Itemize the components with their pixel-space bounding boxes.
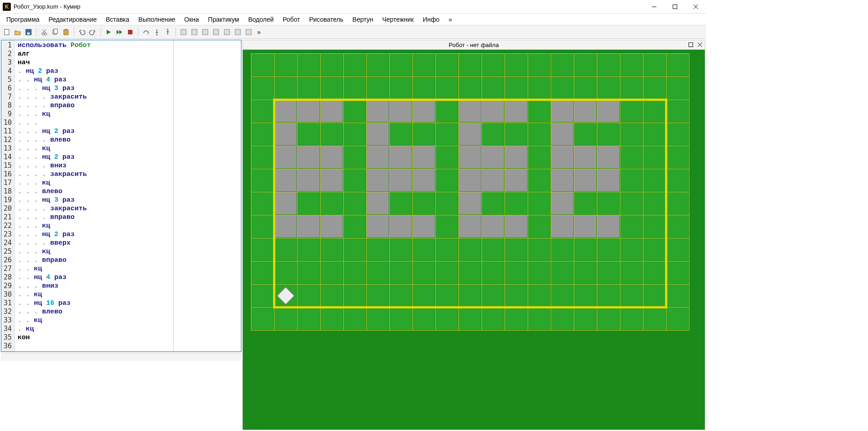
field-cell — [344, 215, 366, 237]
save-file-icon[interactable] — [24, 27, 33, 37]
field-cell — [505, 215, 527, 237]
menu-item-0[interactable]: Программа — [3, 14, 43, 24]
robot-field[interactable] — [242, 50, 705, 430]
field-cell — [344, 308, 366, 330]
tool-6-icon[interactable] — [233, 27, 243, 37]
field-cell — [344, 77, 366, 99]
menu-item-5[interactable]: Практикум — [204, 14, 243, 24]
field-cell — [459, 146, 481, 168]
field-cell — [505, 77, 527, 99]
field-cell — [551, 123, 573, 145]
field-cell — [390, 123, 412, 145]
field-cell — [297, 100, 320, 122]
field-cell — [413, 238, 435, 260]
field-cell — [505, 192, 527, 214]
cut-icon[interactable] — [39, 27, 49, 37]
maximize-button[interactable] — [665, 0, 685, 14]
field-cell — [344, 146, 366, 168]
menu-item-12[interactable]: » — [445, 14, 456, 24]
tool-4-icon[interactable] — [211, 27, 221, 37]
paste-icon[interactable] — [61, 27, 71, 37]
step-over-icon[interactable] — [141, 27, 151, 37]
panel-close-button[interactable] — [696, 41, 704, 49]
field-cell — [297, 77, 320, 99]
field-cell — [574, 238, 596, 260]
field-cell — [597, 77, 619, 99]
field-cell — [390, 146, 412, 168]
field-cell — [344, 192, 366, 214]
menu-item-9[interactable]: Вертун — [349, 14, 377, 24]
field-cell — [482, 54, 504, 76]
tool-3-icon[interactable] — [200, 27, 210, 37]
field-cell — [459, 215, 481, 237]
field-cell — [436, 54, 458, 76]
app-window: K Робот_Узор.kum - Кумир ПрограммаРедакт… — [0, 0, 706, 431]
menu-item-11[interactable]: Инфо — [419, 14, 443, 24]
close-button[interactable] — [685, 0, 706, 14]
menu-item-4[interactable]: Окна — [181, 14, 203, 24]
tool-2-icon[interactable] — [189, 27, 199, 37]
svg-rect-15 — [128, 30, 132, 34]
svg-rect-6 — [27, 33, 30, 34]
field-cell — [344, 169, 366, 191]
field-cell — [551, 261, 573, 284]
redo-icon[interactable] — [88, 27, 98, 37]
menu-item-6[interactable]: Водолей — [245, 14, 277, 24]
field-cell — [574, 100, 596, 122]
field-cell — [251, 54, 274, 76]
step-out-icon[interactable] — [163, 27, 173, 37]
field-cell — [297, 123, 320, 145]
step-into-icon[interactable] — [152, 27, 162, 37]
menu-item-7[interactable]: Робот — [279, 14, 303, 24]
field-cell — [551, 169, 573, 191]
svg-rect-12 — [54, 29, 57, 33]
robot-pane: Робот - нет файла — [242, 40, 705, 430]
field-cell — [620, 261, 642, 284]
window-controls — [644, 0, 706, 14]
undo-icon[interactable] — [77, 27, 87, 37]
menu-item-3[interactable]: Выполнение — [135, 14, 179, 24]
field-cell — [413, 100, 435, 122]
field-cell — [251, 77, 274, 99]
run-fast-icon[interactable] — [114, 27, 124, 37]
field-cell — [321, 77, 343, 99]
field-cell — [643, 238, 665, 260]
svg-rect-25 — [235, 29, 241, 35]
field-cell — [413, 215, 435, 237]
field-cell — [528, 308, 550, 330]
code-text[interactable]: использовать Роботалгнач. нц 2 раз. . нц… — [15, 40, 173, 351]
menu-item-10[interactable]: Чертежник — [378, 14, 417, 24]
field-cell — [482, 238, 504, 260]
menubar: ПрограммаРедактированиеВставкаВыполнение… — [0, 14, 706, 25]
tool-7-icon[interactable] — [244, 27, 254, 37]
open-file-icon[interactable] — [13, 27, 23, 37]
field-cell — [505, 238, 527, 260]
field-cell — [251, 308, 274, 330]
menu-item-8[interactable]: Рисователь — [306, 14, 347, 24]
field-cell — [274, 215, 297, 237]
field-cell — [297, 238, 320, 260]
field-cell — [528, 261, 550, 284]
toolbar-overflow[interactable]: » — [255, 28, 263, 36]
copy-icon[interactable] — [50, 27, 60, 37]
minimize-button[interactable] — [644, 0, 665, 14]
field-cell — [597, 215, 619, 237]
new-file-icon[interactable] — [2, 27, 12, 37]
field-cell — [390, 54, 412, 76]
robot-panel-title: Робот - нет файла — [449, 42, 499, 48]
stop-icon[interactable] — [125, 27, 135, 37]
menu-item-2[interactable]: Вставка — [102, 14, 133, 24]
run-icon[interactable] — [104, 27, 113, 37]
field-cell — [620, 308, 642, 330]
panel-maximize-button[interactable] — [687, 41, 695, 49]
field-cell — [597, 284, 619, 307]
field-cell — [551, 284, 573, 307]
tool-1-icon[interactable] — [179, 27, 189, 37]
field-cell — [528, 238, 550, 260]
code-area[interactable]: 1234567891011121314151617181920212223242… — [1, 40, 241, 351]
titlebar: K Робот_Узор.kum - Кумир — [0, 0, 706, 14]
tool-5-icon[interactable] — [222, 27, 232, 37]
field-cell — [528, 77, 550, 99]
menu-item-1[interactable]: Редактирование — [45, 14, 100, 24]
field-cell — [574, 261, 596, 284]
